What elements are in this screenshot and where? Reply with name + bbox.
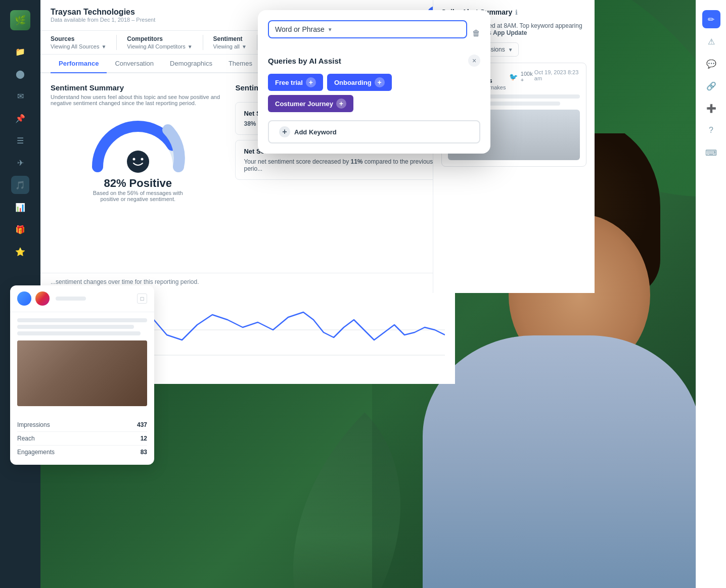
filter-divider-3 [257,35,257,50]
impressions-value: 437 [137,421,147,428]
right-edit-icon[interactable]: ✏ [702,10,720,28]
message-date: Oct 19, 2023 8:23 am [534,69,580,81]
sidebar-item-star[interactable]: ⭐ [11,242,29,261]
sidebar-item-send[interactable]: ✈ [11,154,29,172]
sentiment-section: Sentiment Summary Understand how users f… [51,83,225,207]
tag-free-trial[interactable]: Free trial + [268,74,323,91]
modal-tags: Free trial + Onboarding + Costumer Journ… [268,74,480,112]
tab-themes[interactable]: Themes [220,55,260,73]
spike-info-icon[interactable]: ℹ [515,9,518,16]
sentiment-chevron: ▼ [242,44,247,50]
sidebar-item-list[interactable]: ☰ [11,131,29,150]
competitors-value: Viewing All Competitors ▼ [127,43,192,50]
brand-info: Traysan Technologies Data available from… [51,8,155,23]
tag-onboarding-plus[interactable]: + [375,77,385,87]
impressions-stat: Impressions 437 [17,418,147,432]
brand-subtitle: Data available from Dec 1, 2018 – Presen… [51,17,155,23]
sources-label: Sources [51,35,106,42]
sources-filter[interactable]: Sources Viewing All Sources ▼ [51,35,106,50]
right-add-icon[interactable]: ➕ [702,99,720,117]
tag-costumer-journey[interactable]: Costumer Journey + [268,95,353,112]
modal-search-input[interactable]: Word or Phrase ▼ [268,20,467,38]
svg-point-0 [127,151,149,173]
user-followers: 100k + [521,71,534,83]
brand-name: Traysan Technologies [51,8,155,17]
engagements-value: 83 [141,449,147,456]
chart-subtitle: ...sentiment changes over time for this … [51,278,445,285]
modal-title: Queries by AI Assist [268,57,341,65]
skeleton-line-2 [17,325,134,329]
keyword-modal: Word or Phrase ▼ 🗑 Queries by AI Assist … [258,10,490,154]
right-keyboard-icon[interactable]: ⌨ [702,143,720,162]
social-image [17,340,147,406]
modal-close-button[interactable]: × [468,55,480,67]
sidebar-item-audio[interactable]: 🎵 [11,176,29,194]
social-icons [17,291,86,306]
add-keyword-icon: + [279,126,290,137]
sidebar-item-chart[interactable]: 📊 [11,198,29,216]
sidebar-item-folder[interactable]: 📁 [11,42,29,61]
social-stats: Impressions 437 Reach 12 Engagements 83 [10,418,154,465]
svg-point-2 [141,158,143,161]
social-card-checkbox[interactable]: □ [137,293,147,304]
svg-point-1 [132,158,135,161]
gauge-svg [87,116,189,177]
social-card-body [10,312,154,418]
twitter-icon: 🐦 [509,73,518,81]
right-sidebar: ✏ ⚠ 💬 🔗 ➕ ? ⌨ [696,0,726,588]
main-container: 🌿 📁 ⬤ ✉ 📌 ☰ ✈ 🎵 📊 🎁 ⭐ Traysan Technologi… [0,0,726,588]
sidebar-item-pin[interactable]: 📌 [11,109,29,127]
search-text: Word or Phrase ▼ [275,25,460,33]
filter-divider-1 [116,35,117,50]
social-card-header: □ [10,285,154,312]
competitors-label: Competitors [127,35,192,42]
sentiment-gauge: 82% Positive Based on the 56% of message… [51,116,225,202]
right-alert-icon[interactable]: ⚠ [702,32,720,51]
sidebar-item-gift[interactable]: 🎁 [11,220,29,238]
gauge-value: 82% Positive [104,177,172,190]
filter-divider-2 [203,35,203,50]
modal-header: Queries by AI Assist × [268,55,480,67]
tag-free-trial-plus[interactable]: + [306,77,316,87]
tab-performance[interactable]: Performance [51,55,107,73]
sentiment-label: Sentiment [213,35,247,42]
engagements-label: Engagements [17,449,55,456]
sentiment-filter[interactable]: Sentiment Viewing all ▼ [213,35,247,50]
app-logo[interactable]: 🌿 [10,10,30,30]
tag-costumer-journey-plus[interactable]: + [336,99,346,109]
competitors-filter[interactable]: Competitors Viewing All Competitors ▼ [127,35,192,50]
skeleton-1 [17,318,147,335]
skeleton-line-3 [17,331,141,335]
competitors-chevron: ▼ [188,44,193,50]
net-trend-desc: Your net sentiment score decreased by 11… [244,158,436,172]
right-link-icon[interactable]: 🔗 [702,77,720,95]
social-skeleton [56,297,86,301]
impressions-label: Impressions [17,421,50,428]
search-chevron: ▼ [328,27,333,32]
sentiment-value: Viewing all ▼ [213,43,247,50]
impressions-chevron: ▼ [508,47,513,53]
gradient-circle [17,291,31,306]
tab-demographics[interactable]: Demographics [162,55,220,73]
gauge-label: Based on the 56% of messages with positi… [93,190,184,202]
social-image-content [17,340,147,406]
social-card: □ Impressions 437 Reach 12 Engagements [10,285,154,465]
sentiment-subtitle: Understand how users feel about this top… [51,94,225,106]
reach-value: 12 [141,435,147,442]
reach-stat: Reach 12 [17,432,147,446]
right-chat-icon[interactable]: 💬 [702,55,720,73]
right-help-icon[interactable]: ? [702,121,720,139]
engagements-stat: Engagements 83 [17,446,147,459]
sources-value: Viewing All Sources ▼ [51,43,106,50]
add-keyword-button[interactable]: + Add Keyword [268,120,480,143]
sidebar-item-circle[interactable]: ⬤ [11,65,29,83]
tag-onboarding[interactable]: Onboarding + [327,74,392,91]
sentiment-title: Sentiment Summary [51,83,225,92]
sources-chevron: ▼ [101,44,106,50]
skeleton-line-1 [17,318,147,322]
trash-button[interactable]: 🗑 [472,29,480,38]
instagram-icon [35,291,50,306]
tab-conversation[interactable]: Conversation [107,55,162,73]
sidebar-item-mail[interactable]: ✉ [11,87,29,105]
reach-label: Reach [17,435,35,442]
